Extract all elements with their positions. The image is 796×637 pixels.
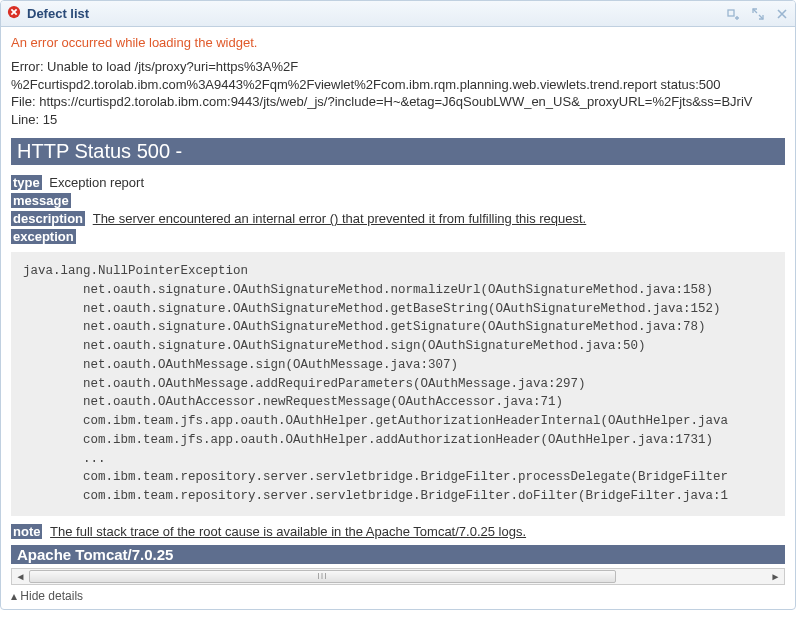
error-details-block: Error: Unable to load /jts/proxy?uri=htt… (11, 58, 785, 128)
value-note: The full stack trace of the root cause i… (50, 524, 526, 539)
hide-details-link[interactable]: ▴ Hide details (11, 589, 83, 603)
tomcat-footer: Apache Tomcat/7.0.25 (11, 545, 785, 564)
scroll-right-arrow[interactable]: ► (767, 569, 784, 584)
error-line: Line: 15 (11, 111, 785, 129)
kv-exception: exception (11, 229, 785, 244)
stack-trace: java.lang.NullPointerException net.oauth… (11, 252, 785, 516)
label-type: type (11, 175, 42, 190)
widget-load-error: An error occurred while loading the widg… (11, 35, 785, 50)
scroll-left-arrow[interactable]: ◄ (12, 569, 29, 584)
caret-up-icon: ▴ (11, 589, 17, 603)
value-description: The server encountered an internal error… (93, 211, 587, 226)
hide-details-row: ▴ Hide details (11, 589, 785, 603)
panel-body: An error occurred while loading the widg… (1, 27, 795, 609)
kv-message: message (11, 193, 785, 208)
minimize-icon[interactable] (727, 7, 741, 21)
scroll-thumb[interactable]: III (29, 570, 616, 583)
label-message: message (11, 193, 71, 208)
label-note: note (11, 524, 42, 539)
hide-details-label: Hide details (20, 589, 83, 603)
error-line: File: https://curtispd2.torolab.ibm.com:… (11, 93, 785, 111)
scroll-track[interactable]: III (29, 569, 767, 584)
error-line: Error: Unable to load /jts/proxy?uri=htt… (11, 58, 785, 76)
error-line: %2Fcurtispd2.torolab.ibm.com%3A9443%2Fqm… (11, 76, 785, 94)
error-icon (7, 5, 21, 22)
value-type: Exception report (49, 175, 144, 190)
kv-description: description The server encountered an in… (11, 211, 785, 226)
label-exception: exception (11, 229, 76, 244)
panel-title: Defect list (27, 6, 727, 21)
close-icon[interactable] (775, 7, 789, 21)
kv-type: type Exception report (11, 175, 785, 190)
defect-list-panel: Defect list An error occurred while load… (0, 0, 796, 610)
titlebar: Defect list (1, 1, 795, 27)
http-status-heading: HTTP Status 500 - (11, 138, 785, 165)
svg-rect-3 (728, 10, 734, 16)
horizontal-scrollbar[interactable]: ◄ III ► (11, 568, 785, 585)
label-description: description (11, 211, 85, 226)
kv-note: note The full stack trace of the root ca… (11, 524, 785, 539)
expand-icon[interactable] (751, 7, 765, 21)
